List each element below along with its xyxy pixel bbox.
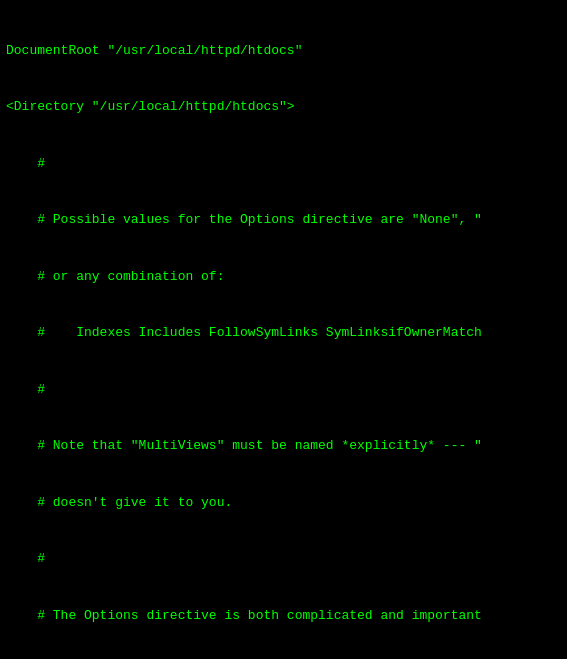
line-11: # The Options directive is both complica… (6, 607, 561, 626)
code-editor: DocumentRoot "/usr/local/httpd/htdocs" <… (0, 0, 567, 659)
line-2: <Directory "/usr/local/httpd/htdocs"> (6, 98, 561, 117)
line-3: # (6, 155, 561, 174)
line-5: # or any combination of: (6, 268, 561, 287)
line-6: # Indexes Includes FollowSymLinks SymLin… (6, 324, 561, 343)
line-8: # Note that "MultiViews" must be named *… (6, 437, 561, 456)
line-7: # (6, 381, 561, 400)
line-1: DocumentRoot "/usr/local/httpd/htdocs" (6, 42, 561, 61)
line-10: # (6, 550, 561, 569)
line-9: # doesn't give it to you. (6, 494, 561, 513)
line-4: # Possible values for the Options direct… (6, 211, 561, 230)
